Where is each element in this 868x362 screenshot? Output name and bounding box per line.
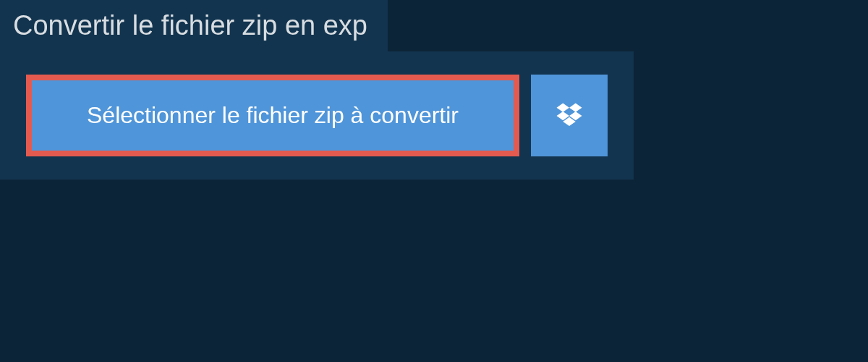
button-row: Sélectionner le fichier zip à convertir <box>26 75 608 156</box>
select-file-button[interactable]: Sélectionner le fichier zip à convertir <box>26 75 519 156</box>
dropbox-icon <box>554 101 584 131</box>
page-container: Convertir le fichier zip en exp Sélectio… <box>0 0 868 180</box>
select-file-button-label: Sélectionner le fichier zip à convertir <box>87 102 459 129</box>
dropbox-button[interactable] <box>531 75 608 156</box>
conversion-panel: Sélectionner le fichier zip à convertir <box>0 51 634 180</box>
page-title: Convertir le fichier zip en exp <box>0 0 388 51</box>
